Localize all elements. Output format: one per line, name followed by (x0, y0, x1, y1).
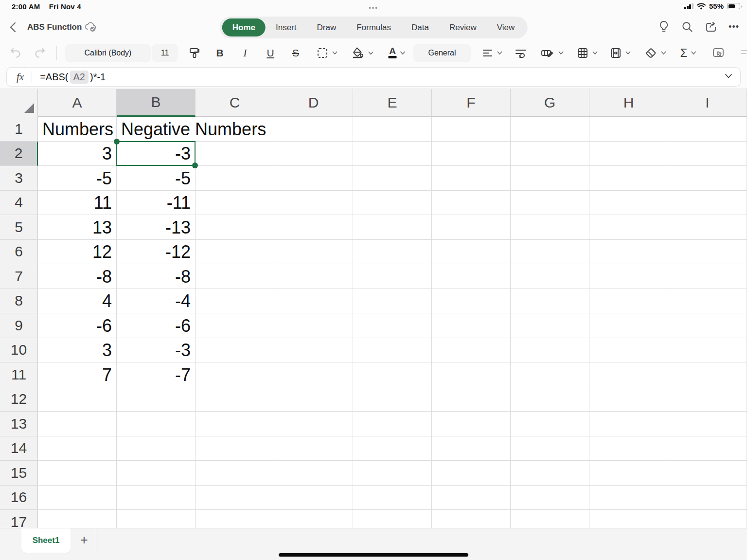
cell-F11[interactable] (432, 362, 511, 387)
cell-A5[interactable]: 13 (38, 215, 117, 240)
cell-I1[interactable] (668, 117, 747, 142)
cell-G13[interactable] (511, 412, 589, 436)
back-icon[interactable] (7, 20, 20, 34)
cell-C16[interactable] (196, 486, 274, 510)
tab-view[interactable]: View (487, 18, 525, 36)
cell-B1[interactable]: Negative Numbers (117, 117, 196, 142)
cell-F17[interactable] (432, 510, 511, 528)
cell-H7[interactable] (589, 264, 668, 289)
wrap-text-button[interactable] (515, 47, 527, 59)
row-header-12[interactable]: 12 (0, 387, 38, 412)
cell-I5[interactable] (668, 215, 747, 240)
cell-C17[interactable] (196, 510, 274, 528)
row-header-10[interactable]: 10 (0, 338, 38, 363)
bold-button[interactable]: B (216, 47, 223, 59)
cell-A9[interactable]: -6 (38, 313, 117, 338)
cell-G14[interactable] (511, 436, 589, 461)
tab-home[interactable]: Home (222, 18, 266, 36)
cell-F10[interactable] (432, 338, 511, 363)
cell-I7[interactable] (668, 264, 747, 289)
cell-B12[interactable] (117, 387, 196, 412)
row-header-4[interactable]: 4 (0, 191, 38, 216)
cell-A13[interactable] (38, 412, 117, 436)
cell-C4[interactable] (196, 191, 274, 216)
row-header-3[interactable]: 3 (0, 166, 38, 191)
cell-H16[interactable] (589, 486, 668, 510)
cell-F14[interactable] (432, 436, 511, 461)
cell-C2[interactable] (196, 142, 274, 166)
cell-E2[interactable] (353, 142, 432, 166)
sheet-tab-sheet1[interactable]: Sheet1 (21, 528, 71, 553)
cell-F12[interactable] (432, 387, 511, 412)
cell-E14[interactable] (353, 436, 432, 461)
search-icon[interactable] (681, 20, 694, 33)
clear-button[interactable] (644, 47, 666, 59)
cell-F2[interactable] (432, 142, 511, 166)
cell-B8[interactable]: -4 (117, 289, 196, 314)
tab-review[interactable]: Review (439, 18, 487, 36)
column-header-G[interactable]: G (511, 89, 589, 117)
cell-D12[interactable] (274, 387, 353, 412)
cell-C11[interactable] (196, 362, 274, 387)
formula-text[interactable]: =ABS(A2)*-1 (40, 71, 106, 84)
cell-D14[interactable] (274, 436, 353, 461)
cell-styles-button[interactable] (540, 47, 564, 59)
cell-B7[interactable]: -8 (117, 264, 196, 289)
cell-C14[interactable] (196, 436, 274, 461)
share-icon[interactable] (704, 20, 718, 33)
cell-C9[interactable] (196, 313, 274, 338)
cell-D10[interactable] (274, 338, 353, 363)
cell-G9[interactable] (511, 313, 589, 338)
cell-B14[interactable] (117, 436, 196, 461)
undo-button[interactable] (9, 47, 22, 59)
cell-F3[interactable] (432, 166, 511, 191)
cell-G12[interactable] (511, 387, 589, 412)
cell-I8[interactable] (668, 289, 747, 314)
cell-C10[interactable] (196, 338, 274, 363)
cell-D3[interactable] (274, 166, 353, 191)
column-header-D[interactable]: D (274, 89, 353, 117)
row-header-2[interactable]: 2 (0, 142, 38, 166)
cell-G3[interactable] (511, 166, 589, 191)
cell-A16[interactable] (38, 486, 117, 510)
cell-H5[interactable] (589, 215, 668, 240)
cell-E16[interactable] (353, 486, 432, 510)
cell-H13[interactable] (589, 412, 668, 436)
lightbulb-icon[interactable] (658, 20, 670, 34)
formula-cell-ref[interactable]: A2 (70, 71, 89, 84)
format-painter-button[interactable] (188, 47, 201, 59)
cell-I4[interactable] (668, 191, 747, 216)
cell-D5[interactable] (274, 215, 353, 240)
cell-A17[interactable] (38, 510, 117, 528)
home-indicator[interactable] (279, 553, 468, 557)
cell-F15[interactable] (432, 461, 511, 486)
row-header-7[interactable]: 7 (0, 264, 38, 289)
cell-G8[interactable] (511, 289, 589, 314)
font-name-select[interactable]: Calibri (Body) (65, 44, 151, 62)
row-header-6[interactable]: 6 (0, 240, 38, 265)
cell-I3[interactable] (668, 166, 747, 191)
autosum-button[interactable]: Σ (680, 46, 696, 60)
cell-A12[interactable] (38, 387, 117, 412)
cell-I12[interactable] (668, 387, 747, 412)
cell-D2[interactable] (274, 142, 353, 166)
cell-A10[interactable]: 3 (38, 338, 117, 363)
cell-B9[interactable]: -6 (117, 313, 196, 338)
cell-C6[interactable] (196, 240, 274, 265)
cell-I9[interactable] (668, 313, 747, 338)
cell-E7[interactable] (353, 264, 432, 289)
cell-D16[interactable] (274, 486, 353, 510)
row-header-5[interactable]: 5 (0, 215, 38, 240)
cell-G17[interactable] (511, 510, 589, 528)
cell-G4[interactable] (511, 191, 589, 216)
cell-A4[interactable]: 11 (38, 191, 117, 216)
cell-F13[interactable] (432, 412, 511, 436)
cell-G11[interactable] (511, 362, 589, 387)
insert-table-button[interactable] (576, 47, 598, 59)
cell-G6[interactable] (511, 240, 589, 265)
cell-C12[interactable] (196, 387, 274, 412)
cell-F9[interactable] (432, 313, 511, 338)
cell-H11[interactable] (589, 362, 668, 387)
cell-I15[interactable] (668, 461, 747, 486)
cell-G5[interactable] (511, 215, 589, 240)
